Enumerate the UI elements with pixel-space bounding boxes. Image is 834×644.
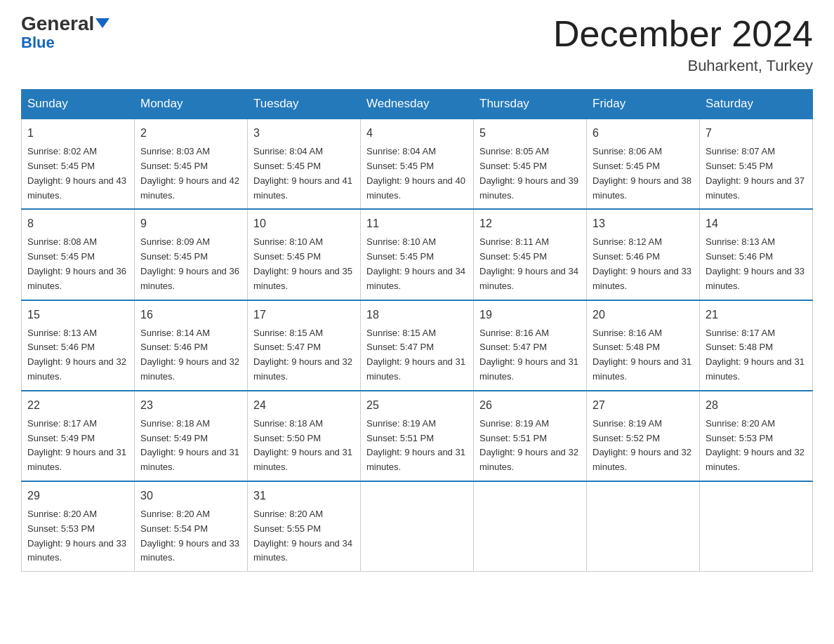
logo-blue-text: Blue — [21, 35, 55, 51]
week-row-3: 15 Sunrise: 8:13 AMSunset: 5:46 PMDaylig… — [22, 300, 813, 391]
calendar-cell: 15 Sunrise: 8:13 AMSunset: 5:46 PMDaylig… — [22, 300, 135, 391]
day-number: 8 — [27, 215, 128, 232]
day-info: Sunrise: 8:12 AMSunset: 5:46 PMDaylight:… — [593, 236, 691, 290]
calendar-cell: 22 Sunrise: 8:17 AMSunset: 5:49 PMDaylig… — [22, 391, 135, 481]
day-number: 29 — [27, 488, 128, 504]
calendar-cell: 31 Sunrise: 8:20 AMSunset: 5:55 PMDaylig… — [248, 481, 361, 572]
header-tuesday: Tuesday — [248, 90, 361, 119]
calendar-cell: 5 Sunrise: 8:05 AMSunset: 5:45 PMDayligh… — [474, 119, 587, 209]
calendar-cell: 30 Sunrise: 8:20 AMSunset: 5:54 PMDaylig… — [135, 481, 248, 572]
day-info: Sunrise: 8:15 AMSunset: 5:47 PMDaylight:… — [253, 328, 352, 382]
calendar-cell: 21 Sunrise: 8:17 AMSunset: 5:48 PMDaylig… — [700, 300, 813, 391]
day-info: Sunrise: 8:04 AMSunset: 5:45 PMDaylight:… — [366, 146, 465, 200]
calendar-cell — [700, 481, 813, 572]
calendar-cell: 13 Sunrise: 8:12 AMSunset: 5:46 PMDaylig… — [587, 209, 700, 300]
day-number: 28 — [706, 397, 807, 414]
day-info: Sunrise: 8:15 AMSunset: 5:47 PMDaylight:… — [366, 328, 465, 382]
calendar-cell: 27 Sunrise: 8:19 AMSunset: 5:52 PMDaylig… — [587, 391, 700, 481]
day-number: 11 — [366, 215, 468, 232]
day-info: Sunrise: 8:09 AMSunset: 5:45 PMDaylight:… — [140, 236, 239, 290]
header-friday: Friday — [587, 90, 700, 119]
day-info: Sunrise: 8:20 AMSunset: 5:55 PMDaylight:… — [253, 509, 352, 563]
day-info: Sunrise: 8:19 AMSunset: 5:51 PMDaylight:… — [366, 418, 465, 472]
day-number: 4 — [366, 125, 468, 142]
day-number: 7 — [706, 125, 807, 142]
page-header: General Blue December 2024 Buharkent, Tu… — [21, 14, 813, 75]
week-row-1: 1 Sunrise: 8:02 AMSunset: 5:45 PMDayligh… — [22, 119, 813, 209]
calendar-cell: 29 Sunrise: 8:20 AMSunset: 5:53 PMDaylig… — [22, 481, 135, 572]
day-info: Sunrise: 8:05 AMSunset: 5:45 PMDaylight:… — [479, 146, 578, 200]
day-info: Sunrise: 8:19 AMSunset: 5:52 PMDaylight:… — [593, 418, 691, 472]
day-info: Sunrise: 8:11 AMSunset: 5:45 PMDaylight:… — [479, 236, 578, 290]
logo: General Blue — [21, 14, 110, 51]
calendar-table: Sunday Monday Tuesday Wednesday Thursday… — [21, 89, 813, 572]
day-number: 6 — [593, 125, 694, 142]
calendar-cell — [587, 481, 700, 572]
day-number: 26 — [479, 397, 581, 414]
day-info: Sunrise: 8:13 AMSunset: 5:46 PMDaylight:… — [27, 328, 126, 382]
logo-general-text: General — [21, 14, 110, 34]
calendar-cell: 25 Sunrise: 8:19 AMSunset: 5:51 PMDaylig… — [361, 391, 474, 481]
day-info: Sunrise: 8:19 AMSunset: 5:51 PMDaylight:… — [479, 418, 578, 472]
day-number: 22 — [27, 397, 128, 414]
day-number: 27 — [593, 397, 694, 414]
calendar-cell: 3 Sunrise: 8:04 AMSunset: 5:45 PMDayligh… — [248, 119, 361, 209]
day-number: 18 — [366, 307, 468, 323]
calendar-cell: 28 Sunrise: 8:20 AMSunset: 5:53 PMDaylig… — [700, 391, 813, 481]
calendar-cell: 14 Sunrise: 8:13 AMSunset: 5:46 PMDaylig… — [700, 209, 813, 300]
day-info: Sunrise: 8:17 AMSunset: 5:49 PMDaylight:… — [27, 418, 126, 472]
header-sunday: Sunday — [22, 90, 135, 119]
calendar-cell: 7 Sunrise: 8:07 AMSunset: 5:45 PMDayligh… — [700, 119, 813, 209]
calendar-cell: 18 Sunrise: 8:15 AMSunset: 5:47 PMDaylig… — [361, 300, 474, 391]
day-number: 21 — [706, 307, 807, 323]
calendar-cell: 4 Sunrise: 8:04 AMSunset: 5:45 PMDayligh… — [361, 119, 474, 209]
calendar-cell: 24 Sunrise: 8:18 AMSunset: 5:50 PMDaylig… — [248, 391, 361, 481]
calendar-cell — [474, 481, 587, 572]
calendar-cell: 8 Sunrise: 8:08 AMSunset: 5:45 PMDayligh… — [22, 209, 135, 300]
calendar-cell: 9 Sunrise: 8:09 AMSunset: 5:45 PMDayligh… — [135, 209, 248, 300]
day-number: 12 — [479, 215, 581, 232]
day-number: 3 — [253, 125, 355, 142]
weekday-header-row: Sunday Monday Tuesday Wednesday Thursday… — [22, 90, 813, 119]
header-monday: Monday — [135, 90, 248, 119]
calendar-cell: 26 Sunrise: 8:19 AMSunset: 5:51 PMDaylig… — [474, 391, 587, 481]
calendar-cell: 2 Sunrise: 8:03 AMSunset: 5:45 PMDayligh… — [135, 119, 248, 209]
day-number: 25 — [366, 397, 468, 414]
day-info: Sunrise: 8:02 AMSunset: 5:45 PMDaylight:… — [27, 146, 126, 200]
logo-triangle-icon — [95, 18, 110, 28]
day-number: 16 — [140, 307, 241, 323]
calendar-cell: 16 Sunrise: 8:14 AMSunset: 5:46 PMDaylig… — [135, 300, 248, 391]
day-info: Sunrise: 8:13 AMSunset: 5:46 PMDaylight:… — [706, 236, 805, 290]
day-number: 5 — [479, 125, 581, 142]
header-wednesday: Wednesday — [361, 90, 474, 119]
calendar-cell: 11 Sunrise: 8:10 AMSunset: 5:45 PMDaylig… — [361, 209, 474, 300]
week-row-4: 22 Sunrise: 8:17 AMSunset: 5:49 PMDaylig… — [22, 391, 813, 481]
calendar-cell: 1 Sunrise: 8:02 AMSunset: 5:45 PMDayligh… — [22, 119, 135, 209]
day-number: 1 — [27, 125, 128, 142]
location-subtitle: Buharkent, Turkey — [553, 57, 813, 75]
day-info: Sunrise: 8:08 AMSunset: 5:45 PMDaylight:… — [27, 236, 126, 290]
day-info: Sunrise: 8:20 AMSunset: 5:53 PMDaylight:… — [706, 418, 805, 472]
day-info: Sunrise: 8:18 AMSunset: 5:49 PMDaylight:… — [140, 418, 239, 472]
month-year-title: December 2024 — [553, 14, 813, 54]
day-number: 30 — [140, 488, 241, 504]
calendar-cell: 19 Sunrise: 8:16 AMSunset: 5:47 PMDaylig… — [474, 300, 587, 391]
header-thursday: Thursday — [474, 90, 587, 119]
day-info: Sunrise: 8:06 AMSunset: 5:45 PMDaylight:… — [593, 146, 691, 200]
day-info: Sunrise: 8:04 AMSunset: 5:45 PMDaylight:… — [253, 146, 352, 200]
day-info: Sunrise: 8:20 AMSunset: 5:53 PMDaylight:… — [27, 509, 126, 563]
day-number: 2 — [140, 125, 241, 142]
day-info: Sunrise: 8:20 AMSunset: 5:54 PMDaylight:… — [140, 509, 239, 563]
day-number: 14 — [706, 215, 807, 232]
day-number: 9 — [140, 215, 241, 232]
day-info: Sunrise: 8:16 AMSunset: 5:47 PMDaylight:… — [479, 328, 578, 382]
day-info: Sunrise: 8:03 AMSunset: 5:45 PMDaylight:… — [140, 146, 239, 200]
day-number: 17 — [253, 307, 355, 323]
calendar-cell: 23 Sunrise: 8:18 AMSunset: 5:49 PMDaylig… — [135, 391, 248, 481]
calendar-cell: 17 Sunrise: 8:15 AMSunset: 5:47 PMDaylig… — [248, 300, 361, 391]
day-number: 19 — [479, 307, 581, 323]
day-info: Sunrise: 8:14 AMSunset: 5:46 PMDaylight:… — [140, 328, 239, 382]
day-number: 10 — [253, 215, 355, 232]
title-area: December 2024 Buharkent, Turkey — [553, 14, 813, 75]
header-saturday: Saturday — [700, 90, 813, 119]
